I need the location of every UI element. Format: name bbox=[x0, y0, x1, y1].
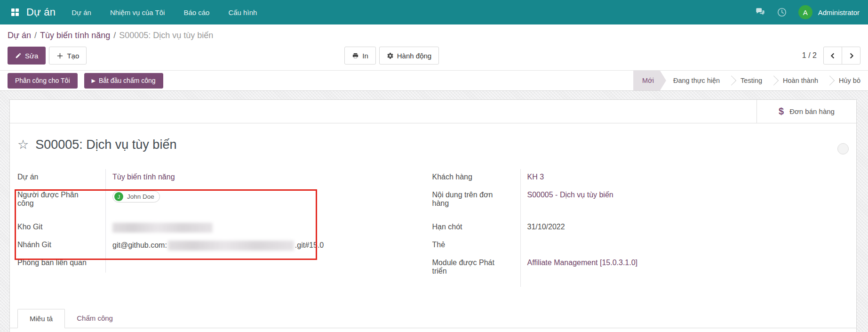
breadcrumb: Dự án/Tùy biến tính năng/S00005: Dịch vụ… bbox=[0, 24, 868, 45]
stage-testing[interactable]: Testing bbox=[733, 71, 769, 90]
messages-icon[interactable] bbox=[755, 7, 765, 17]
field-label: Dự án bbox=[17, 169, 105, 187]
breadcrumb-link-project[interactable]: Tùy biến tính năng bbox=[40, 31, 110, 40]
nav-item-nhiem-vu[interactable]: Nhiệm vụ của Tôi bbox=[110, 8, 165, 16]
smart-button-box: $ Đơn bán hàng bbox=[10, 100, 856, 123]
button-row: Sửa Tạo In Hành động 1 / 2 bbox=[0, 47, 868, 65]
create-button[interactable]: Tạo bbox=[49, 47, 87, 65]
field-row-git-branch: Nhánh Git git@github.com:.git#15.0 bbox=[17, 237, 423, 255]
sale-order-smart-button[interactable]: $ Đơn bán hàng bbox=[757, 100, 856, 123]
pager: 1 / 2 bbox=[802, 47, 860, 65]
printer-icon bbox=[352, 52, 359, 59]
stage-huy-bo[interactable]: Hủy bỏ bbox=[832, 71, 861, 90]
pager-next-button[interactable] bbox=[842, 47, 860, 65]
field-label: Người được Phân công bbox=[17, 187, 105, 219]
stage-separator bbox=[727, 71, 733, 90]
user-avatar[interactable]: A bbox=[798, 5, 812, 19]
field-row-project: Dự án Tùy biến tính năng bbox=[17, 169, 423, 187]
user-name[interactable]: Administrator bbox=[818, 8, 860, 16]
record-title: S00005: Dịch vụ tùy biến bbox=[35, 138, 176, 152]
field-row-sale-line: Nội dung trên đơn hàng S00005 - Dịch vụ … bbox=[432, 187, 838, 219]
breadcrumb-separator: / bbox=[113, 31, 116, 40]
chevron-right-icon bbox=[848, 52, 855, 59]
project-link[interactable]: Tùy biến tính năng bbox=[112, 173, 175, 181]
stage-separator bbox=[769, 71, 776, 90]
breadcrumb-current: S00005: Dịch vụ tùy biến bbox=[119, 31, 213, 40]
control-panel: Dự án/Tùy biến tính năng/S00005: Dịch vụ… bbox=[0, 24, 868, 91]
empty-value[interactable] bbox=[520, 237, 838, 255]
field-row-tags: Thẻ bbox=[432, 237, 838, 255]
form-statusbar: Phân công cho Tôi ▶ Bắt đầu chấm công Mớ… bbox=[0, 70, 868, 91]
field-row-git-repo: Kho Git bbox=[17, 219, 423, 237]
field-label: Module được Phát triển bbox=[432, 255, 520, 287]
field-column-right: Khách hàng KH 3 Nội dung trên đơn hàng S… bbox=[432, 169, 838, 287]
main-menu: Dự án Nhiệm vụ của Tôi Báo cáo Cấu hình bbox=[72, 8, 257, 16]
deadline-value[interactable]: 31/10/2022 bbox=[520, 219, 838, 237]
stage-separator bbox=[825, 71, 832, 90]
tab-description[interactable]: Miêu tả bbox=[17, 309, 65, 328]
tab-timesheets[interactable]: Chấm công bbox=[65, 309, 125, 328]
top-navbar: Dự án Dự án Nhiệm vụ của Tôi Báo cáo Cấu… bbox=[0, 0, 868, 24]
field-label: Khách hàng bbox=[432, 169, 520, 187]
nav-item-bao-cao[interactable]: Báo cáo bbox=[183, 8, 209, 16]
action-button[interactable]: Hành động bbox=[379, 47, 439, 65]
field-row-customer: Khách hàng KH 3 bbox=[432, 169, 838, 187]
nav-item-du-an[interactable]: Dự án bbox=[72, 8, 91, 16]
nav-item-cau-hinh[interactable]: Cấu hình bbox=[228, 8, 257, 16]
activity-clock-icon[interactable] bbox=[777, 7, 787, 17]
content-area: $ Đơn bán hàng ☆ S00005: Dịch vụ tùy biế… bbox=[0, 91, 868, 332]
plus-icon bbox=[56, 52, 64, 59]
notebook-tabs: Miêu tả Chấm công bbox=[10, 308, 856, 328]
assign-to-me-button[interactable]: Phân công cho Tôi bbox=[8, 73, 78, 89]
form-sheet: $ Đơn bán hàng ☆ S00005: Dịch vụ tùy biế… bbox=[9, 99, 857, 332]
pager-count: 1 / 2 bbox=[802, 51, 817, 60]
pencil-icon bbox=[15, 52, 22, 59]
print-button[interactable]: In bbox=[344, 47, 376, 65]
git-branch-value: git@github.com:.git#15.0 bbox=[105, 237, 423, 255]
edit-button[interactable]: Sửa bbox=[8, 47, 46, 65]
apps-grid-icon[interactable] bbox=[11, 8, 19, 16]
field-label: Hạn chót bbox=[432, 219, 520, 237]
field-grid: Dự án Tùy biến tính năng Người được Phân… bbox=[10, 169, 856, 287]
field-label: Nhánh Git bbox=[17, 237, 105, 255]
favorite-star-icon[interactable]: ☆ bbox=[17, 138, 29, 151]
pager-previous-button[interactable] bbox=[823, 47, 842, 65]
field-row-module: Module được Phát triển Affiliate Managem… bbox=[432, 255, 838, 287]
assignee-tag[interactable]: J John Doe bbox=[112, 191, 160, 202]
customer-link[interactable]: KH 3 bbox=[527, 173, 544, 181]
stage-pipeline: Mới Đang thực hiện Testing Hoàn thành Hủ… bbox=[633, 71, 868, 90]
field-column-left: Dự án Tùy biến tính năng Người được Phân… bbox=[17, 169, 423, 287]
stage-hoan-thanh[interactable]: Hoàn thành bbox=[776, 71, 825, 90]
sale-line-link[interactable]: S00005 - Dịch vụ tùy biến bbox=[527, 191, 613, 199]
module-link[interactable]: Affiliate Management [15.0.3.1.0] bbox=[527, 259, 638, 267]
play-icon: ▶ bbox=[92, 78, 96, 84]
field-label: Kho Git bbox=[17, 219, 105, 237]
breadcrumb-link-projects[interactable]: Dự án bbox=[8, 31, 31, 40]
stage-moi[interactable]: Mới bbox=[633, 71, 666, 90]
breadcrumb-separator: / bbox=[34, 31, 37, 40]
dollar-icon: $ bbox=[779, 106, 784, 117]
empty-value[interactable] bbox=[105, 255, 423, 273]
app-brand[interactable]: Dự án bbox=[26, 6, 56, 18]
status-circle-icon bbox=[837, 143, 849, 154]
redacted-value bbox=[168, 241, 294, 251]
field-row-department: Phòng ban liên quan bbox=[17, 255, 423, 273]
field-label: Phòng ban liên quan bbox=[17, 255, 105, 273]
chevron-left-icon bbox=[829, 52, 836, 59]
field-label: Thẻ bbox=[432, 237, 520, 255]
field-row-deadline: Hạn chót 31/10/2022 bbox=[432, 219, 838, 237]
field-label: Nội dung trên đơn hàng bbox=[432, 187, 520, 219]
redacted-value bbox=[112, 223, 213, 233]
gear-icon bbox=[387, 52, 394, 59]
stage-dang-thuc-hien[interactable]: Đang thực hiện bbox=[666, 71, 727, 90]
start-timesheet-button[interactable]: ▶ Bắt đầu chấm công bbox=[84, 73, 163, 89]
field-row-assignee: Người được Phân công J John Doe bbox=[17, 187, 423, 219]
assignee-avatar: J bbox=[114, 192, 123, 201]
